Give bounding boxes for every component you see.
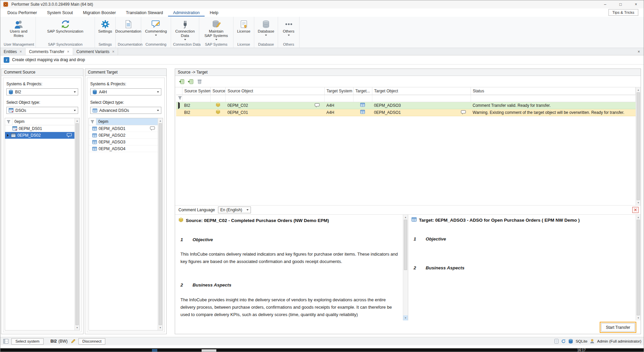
list-item-0epm-adso1[interactable]: 0EPM_ADSO1 [89,125,158,132]
maximize-button[interactable]: □ [613,0,628,8]
tab-docu-performer[interactable]: Docu Performer [2,9,42,16]
vertical-scrollbar[interactable]: ▲ ▼ [74,118,79,330]
scroll-up-icon[interactable]: ▲ [75,118,79,123]
users-icon [14,19,24,29]
scrollbar-thumb[interactable] [159,123,162,325]
license-button[interactable]: License [233,17,254,42]
chevron-down-icon [155,35,157,36]
tab-system-scout[interactable]: System Scout [42,9,78,16]
list-item-0epm-adso2[interactable]: 0EPM_ADSO2 [89,132,158,139]
close-tab-icon[interactable]: × [19,49,22,54]
col-target-system[interactable]: Target System [324,87,353,95]
vertical-scrollbar[interactable]: ▲ ▼ [636,87,641,205]
vertical-scrollbar[interactable]: ▲ ▼ [636,215,641,320]
target-system-select[interactable]: A4H [90,88,161,95]
scroll-down-icon[interactable]: ▼ [403,315,408,320]
close-button[interactable]: × [628,0,644,8]
col-status[interactable]: Status [471,87,636,95]
delete-mapping-icon[interactable] [196,78,203,85]
vertical-scrollbar[interactable]: ▲ ▼ [403,215,408,320]
info-icon: i [4,57,9,63]
select-system-button[interactable]: Select system [11,338,44,345]
doc-tab-comment-variants[interactable]: Comment Variants × [73,48,118,55]
col-source-system[interactable]: Source System [182,87,210,95]
close-preview-button[interactable]: ✕ [632,207,639,213]
scroll-up-icon[interactable]: ▲ [636,87,641,92]
tree-item-0epm-ds01[interactable]: 0EPM_DS01 [5,125,74,132]
source-object-type-select[interactable]: DSOs [6,107,78,114]
refresh-icon[interactable] [561,339,566,344]
vertical-scrollbar[interactable]: ▲ ▼ [158,118,163,330]
target-object-cell: 0EPM_ADSO3 [372,102,471,109]
tab-migration-booster[interactable]: Migration Booster [78,9,121,16]
scrollbar-thumb[interactable] [75,123,79,325]
table-filter-row[interactable] [176,95,636,102]
connection-data-button[interactable]: ConnectionData [171,17,199,42]
source-system-select[interactable]: BI2 [6,88,78,95]
tab-administration[interactable]: Administration [168,9,205,16]
comment-target-panel: Comment Target Systems & Projects: A4H S… [85,69,167,334]
scroll-up-icon[interactable]: ▲ [158,118,163,123]
col-target-type[interactable]: Target... [353,87,372,95]
scroll-up-icon[interactable]: ▲ [636,215,641,220]
scroll-down-icon[interactable]: ▼ [636,200,641,205]
list-item-0epm-adso4[interactable]: 0EPM_ADSO4 [89,145,158,152]
scroll-down-icon[interactable]: ▼ [75,325,79,330]
chevron-down-icon [74,91,76,93]
doc-tab-entities[interactable]: Entities × [0,48,25,55]
plug-icon [181,19,190,29]
mapping-row-1[interactable]: BI2 0EPM_C02 A4H 0EPM_ADSO3 Comment Tran… [176,102,636,109]
settings-button[interactable]: Settings [95,17,115,42]
target-filter-input[interactable]: 0epm [96,118,158,125]
doc-tab-comments-transf[interactable]: Comments Transfer × [25,48,73,55]
window-title: Performer Suite v20.3.0.0.28499 Main (64… [11,2,93,7]
scrollbar-thumb[interactable] [637,92,640,200]
expand-icon[interactable] [7,134,9,137]
target-object-type-select[interactable]: Advanced DSOs [90,107,161,114]
disconnect-button[interactable]: Disconnect [78,338,106,345]
comment-language-row: Comment Language En (English) ✕ [175,205,641,214]
list-item-0epm-adso3[interactable]: 0EPM_ADSO3 [89,139,158,145]
col-source-type[interactable]: Source... [210,87,225,95]
adso-object-icon [92,140,97,144]
close-tab-icon[interactable]: × [67,49,69,54]
close-document-icon[interactable]: × [634,48,644,55]
tab-translation-steward[interactable]: Translation Steward [121,9,168,16]
users-roles-button[interactable]: Users andRoles [2,17,36,42]
scroll-down-icon[interactable]: ▼ [636,315,641,320]
source-object-list: 0epm 0EPM_DS01 0EPM_DS02 [5,118,80,331]
documentation-button[interactable]: Documentation [116,17,141,42]
source-target-panel: Source -> Target Sourc [175,69,641,334]
edit-pencil-icon[interactable] [71,339,75,344]
ribbon-group-label: Connection Data [171,42,199,48]
mapping-row-2[interactable]: BI2 0EPM_C01 A4H 0EPM_ADSO1 Warning. Exi… [176,109,636,116]
tips-tricks-button[interactable]: Tips & Tricks [608,9,638,16]
ribbon-group-sap-systems: MaintainSAP Systems SAP Systems [199,17,233,48]
remove-mapping-icon[interactable] [187,78,194,85]
commenting-button[interactable]: Commenting [141,17,171,42]
col-target-object[interactable]: Target Object [372,87,471,95]
target-system-cell: A4H [324,109,353,116]
sap-synchronization-button[interactable]: SAP Synchronization [36,17,95,42]
scrollbar-thumb[interactable] [404,220,407,270]
scrollbar-thumb[interactable] [637,220,640,315]
tab-help[interactable]: Help [205,9,223,16]
col-source-object[interactable]: Source Object [225,87,324,95]
tree-item-0epm-ds02[interactable]: 0EPM_DS02 [5,132,74,139]
database-button[interactable]: Database [254,17,278,42]
scroll-up-icon[interactable]: ▲ [403,215,408,220]
scroll-down-icon[interactable]: ▼ [158,325,163,330]
source-system-cell: BI2 [182,102,210,109]
others-button[interactable]: Others [278,17,299,42]
chevron-down-icon [157,91,159,93]
info-bar: i Create object mapping via drag and dro… [0,55,644,64]
source-filter-input[interactable]: 0epm [12,118,74,125]
close-tab-icon[interactable]: × [112,49,114,54]
start-transfer-button[interactable]: Start Transfer [601,323,635,332]
maintain-sap-systems-button[interactable]: MaintainSAP Systems [199,17,233,42]
comment-language-select[interactable]: En (English) [218,207,251,213]
add-mapping-icon[interactable] [178,78,185,85]
report-icon[interactable] [554,339,558,344]
source-object-cell: 0EPM_C02 [227,103,248,108]
minimize-button[interactable]: – [597,0,613,8]
